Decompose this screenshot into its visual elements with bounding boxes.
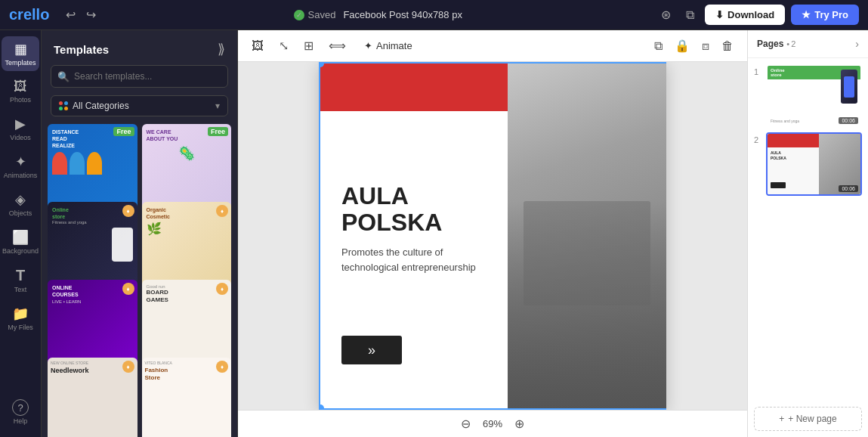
- template-card[interactable]: DISTANCEREADREALIZE Free: [48, 124, 137, 214]
- zoom-out-button[interactable]: ⊖: [456, 415, 475, 432]
- templates-icon: ▦: [14, 41, 27, 57]
- resize-icon[interactable]: ⤡: [276, 36, 292, 56]
- sidebar-item-templates[interactable]: ▦ Templates: [2, 36, 39, 71]
- animate-button[interactable]: ✦ Animate: [358, 37, 419, 54]
- download-button[interactable]: ⬇ Download: [705, 5, 785, 25]
- search-icon: 🔍: [57, 71, 70, 82]
- zoom-in-button[interactable]: ⊕: [510, 415, 529, 432]
- zoom-bar: ⊖ 69% ⊕: [238, 410, 747, 437]
- template-card[interactable]: NEW ONLINE STORE Needlework ♦: [48, 358, 137, 437]
- background-icon: ⬜: [12, 229, 29, 246]
- page-number: 1: [754, 67, 761, 76]
- sidebar-item-objects[interactable]: ◈ Objects: [2, 187, 39, 222]
- redo-button[interactable]: ↪: [83, 6, 99, 23]
- chevron-down-icon: ▾: [215, 101, 220, 111]
- sidebar-animations-label: Animations: [4, 172, 38, 179]
- try-pro-button[interactable]: ★ Try Pro: [791, 5, 859, 25]
- main-layout: ▦ Templates 🖼 Photos ▶ Videos ✦ Animatio…: [0, 30, 868, 437]
- logo: crello: [9, 6, 49, 23]
- sidebar-text-label: Text: [14, 286, 27, 293]
- saved-dot: ✓: [294, 10, 304, 20]
- category-select[interactable]: All Categories ▾: [51, 95, 228, 116]
- layers-icon[interactable]: ⧉: [651, 36, 666, 56]
- page-thumb: Online store Fitness and yoga 00:06: [766, 64, 862, 128]
- sidebar-item-videos[interactable]: ▶ Videos: [2, 111, 39, 146]
- canvas-viewport[interactable]: AULA POLSKA Promotes the culture of tech…: [238, 62, 747, 410]
- page-thumb-inner: Online store Fitness and yoga 00:06: [768, 66, 860, 126]
- canvas-photo: [508, 62, 666, 410]
- canvas-arrow-button[interactable]: »: [341, 336, 402, 364]
- canvas-toolbar: 🖼 ⤡ ⊞ ⟺ ✦ Animate ⧉ 🔒 ⧈ 🗑: [238, 30, 747, 62]
- panel-header: Templates ⟫: [42, 30, 237, 65]
- page-thumb-inner: AULAPOLSKA 00:06: [768, 134, 860, 194]
- share-button[interactable]: ⊛: [656, 5, 675, 25]
- topbar: crello ↩ ↪ ✓ Saved Facebook Post 940x788…: [0, 0, 868, 30]
- sidebar-templates-label: Templates: [5, 59, 36, 67]
- templates-grid: DISTANCEREADREALIZE Free WE CAREABOUT YO…: [42, 124, 237, 437]
- canvas-content: AULA POLSKA Promotes the culture of tech…: [341, 183, 500, 274]
- free-badge: Free: [113, 127, 134, 136]
- panel-close-button[interactable]: ⟫: [218, 41, 225, 57]
- template-card[interactable]: OrganicCosmetic 🌿 ♦: [142, 202, 232, 292]
- template-card[interactable]: Good run BOARDGAMES ♦: [142, 280, 232, 370]
- duplicate-icon[interactable]: ⧈: [699, 36, 712, 56]
- pro-badge: ♦: [216, 361, 228, 373]
- sidebar-item-text[interactable]: T Text: [2, 262, 39, 298]
- new-page-label: + New page: [788, 414, 836, 424]
- pt2-btn: [771, 182, 786, 188]
- grid-icon[interactable]: ⊞: [301, 36, 317, 56]
- delete-icon[interactable]: 🗑: [718, 36, 737, 56]
- template-card[interactable]: Onlinestore Fitness and yoga ♦: [48, 202, 137, 292]
- category-label: All Categories: [73, 101, 211, 111]
- doc-title[interactable]: Facebook Post 940x788 px: [343, 9, 462, 20]
- pages-expand-button[interactable]: ›: [855, 38, 859, 50]
- arrow-icon: »: [368, 342, 375, 358]
- sidebar-item-animations[interactable]: ✦ Animations: [2, 149, 39, 184]
- page-time: 00:06: [839, 185, 858, 192]
- new-page-button[interactable]: + + New page: [754, 407, 862, 431]
- saved-text: Saved: [308, 9, 336, 20]
- pt-subtitle: Fitness and yoga: [771, 119, 799, 123]
- animate-icon: ✦: [364, 40, 372, 51]
- handle-bottom-left[interactable]: [319, 404, 324, 410]
- animate-label: Animate: [376, 40, 412, 51]
- sidebar-objects-label: Objects: [9, 209, 32, 217]
- sidebar-help-label: Help: [14, 417, 28, 425]
- lock-icon[interactable]: 🔒: [672, 36, 693, 56]
- sidebar-item-photos[interactable]: 🖼 Photos: [2, 74, 39, 108]
- pt2-title: AULAPOLSKA: [771, 150, 786, 160]
- pages-title: Pages: [757, 39, 783, 49]
- sidebar-item-background[interactable]: ⬜ Background: [2, 225, 39, 259]
- pro-badge: ♦: [122, 361, 134, 373]
- download-label: Download: [727, 9, 774, 20]
- sidebar-item-help[interactable]: ? Help: [2, 393, 39, 431]
- undo-button[interactable]: ↩: [63, 6, 79, 23]
- search-input[interactable]: [51, 65, 228, 88]
- category-dots-icon: [59, 101, 68, 110]
- image-replace-icon[interactable]: 🖼: [249, 36, 267, 56]
- pages-header: Pages • 2 ›: [748, 30, 868, 58]
- template-card[interactable]: WE CAREABOUT YOU 🦠 Free: [142, 124, 232, 214]
- videos-icon: ▶: [15, 116, 26, 132]
- sidebar-myfiles-label: My Files: [8, 324, 33, 331]
- text-icon: T: [16, 267, 25, 284]
- pages-count: 2: [791, 39, 855, 48]
- undo-redo-group: ↩ ↪: [63, 6, 99, 23]
- sidebar-item-myfiles[interactable]: 📁 My Files: [2, 301, 39, 336]
- page-thumb-active: AULAPOLSKA 00:06: [766, 132, 862, 196]
- template-card[interactable]: ONLINECOURSES LIVE • LEARN ♦: [48, 280, 137, 370]
- page-item[interactable]: 1 Online store Fitness and yoga 00:06: [754, 64, 862, 128]
- page-time: 00:06: [839, 117, 858, 124]
- preview-button[interactable]: ⧉: [681, 5, 699, 25]
- canvas-title: AULA POLSKA: [341, 183, 500, 236]
- search-bar: 🔍: [51, 65, 228, 88]
- canvas-area: 🖼 ⤡ ⊞ ⟺ ✦ Animate ⧉ 🔒 ⧈ 🗑: [238, 30, 747, 437]
- pt-phone: [841, 70, 857, 104]
- template-card[interactable]: VITEO BLANCA FashionStore ♦: [142, 358, 232, 437]
- page-item[interactable]: 2 AULAPOLSKA 00:06: [754, 132, 862, 196]
- align-icon[interactable]: ⟺: [326, 36, 349, 56]
- pro-badge: ♦: [122, 283, 134, 295]
- canvas-subtitle: Promotes the culture of technological en…: [341, 245, 500, 274]
- topbar-center: ✓ Saved Facebook Post 940x788 px: [107, 9, 649, 20]
- left-sidebar: ▦ Templates 🖼 Photos ▶ Videos ✦ Animatio…: [0, 30, 42, 437]
